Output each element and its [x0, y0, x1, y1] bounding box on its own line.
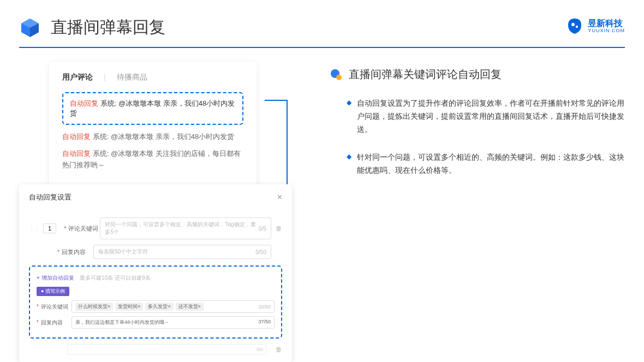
connector-line: [265, 100, 287, 101]
content-row: * 回复内容 每条限50个中文字符 0/50: [29, 245, 282, 259]
tag[interactable]: 发货时间×: [115, 303, 143, 311]
ghost-input: /50: [67, 344, 267, 355]
reply-item: 自动回复 系统: @冰墩墩本墩 亲亲，我们48小时内发货: [62, 131, 243, 143]
row-number: 1: [43, 224, 56, 233]
ghost-row: /50 🗑: [29, 344, 282, 355]
section-title: 直播间弹幕关键词评论自动回复: [349, 67, 502, 82]
section-header: 直播间弹幕关键词评论自动回复: [330, 67, 625, 82]
highlighted-reply: 自动回复 系统: @冰墩墩本墩 亲亲，我们48小时内发货: [62, 92, 243, 125]
dialog-title: 自动回复设置: [29, 192, 71, 202]
close-icon[interactable]: ×: [277, 192, 282, 202]
comment-tabs: 用户评论 | 待播商品: [62, 73, 243, 82]
delete-icon[interactable]: 🗑: [276, 346, 282, 353]
svg-point-3: [571, 23, 575, 26]
example-content-input[interactable]: 亲，我们这边都是下单48小时内发货的哦～ 37/50: [71, 316, 275, 329]
screenshot-panel: 用户评论 | 待播商品 自动回复 系统: @冰墩墩本墩 亲亲，我们48小时内发货…: [19, 62, 292, 362]
description-panel: 直播间弹幕关键词评论自动回复 ◆ 自动回复设置为了提升作者的评论回复效率，作者可…: [292, 62, 625, 362]
tab-pending-goods[interactable]: 待播商品: [117, 73, 147, 82]
content-label: 回复内容: [62, 248, 93, 256]
reply-item: 自动回复 系统: @冰墩墩本墩 关注我们的店铺，每日都有热门推荐哟～: [62, 148, 243, 171]
drag-icon[interactable]: ⋮⋮: [29, 226, 40, 232]
keyword-label: 评论关键词: [68, 225, 100, 233]
page-title: 直播间弹幕回复: [51, 16, 165, 39]
system-label: 系统:: [100, 99, 117, 107]
keyword-input[interactable]: 对同一个问题，可设置多个相近、高频的关键词，Tag确定，最多5个 0/5: [100, 218, 271, 239]
tag[interactable]: 还不发货×: [176, 303, 204, 311]
tag-input[interactable]: 什么时候发货× 发货时间× 多久发货× 还不发货× 20/50: [71, 300, 275, 313]
bullet-item: ◆ 自动回复设置为了提升作者的评论回复效率，作者可在开播前针对常见的评论用户问题…: [347, 97, 625, 136]
bullet-item: ◆ 针对同一个问题，可设置多个相近的、高频的关键词。例如：这款多少钱、这块能优惠…: [347, 151, 625, 177]
keyword-row: ⋮⋮ 1 * 评论关键词 对同一个问题，可设置多个相近、高频的关键词，Tag确定…: [29, 218, 282, 239]
tab-separator: |: [104, 73, 106, 82]
add-hint: 最多可建10条 还可以创建9条: [80, 275, 150, 281]
comment-card: 用户评论 | 待播商品 自动回复 系统: @冰墩墩本墩 亲亲，我们48小时内发货…: [49, 62, 257, 187]
diamond-icon: ◆: [347, 99, 351, 136]
add-reply-link[interactable]: + 增加自动回复: [37, 275, 74, 281]
example-keyword-row: * 评论关键词 什么时候发货× 发货时间× 多久发货× 还不发货× 20/50: [37, 300, 275, 313]
example-section: + 增加自动回复 最多可建10条 还可以创建9条 ● 填写示例 * 评论关键词 …: [29, 266, 282, 339]
tab-user-comments[interactable]: 用户评论: [62, 73, 93, 82]
header-divider: [19, 47, 625, 48]
example-content-row: * 回复内容 亲，我们这边都是下单48小时内发货的哦～ 37/50: [37, 316, 275, 329]
content-input[interactable]: 每条限50个中文字符 0/50: [93, 245, 271, 259]
diamond-icon: ◆: [347, 153, 351, 177]
required-icon: *: [57, 249, 59, 255]
delete-icon[interactable]: 🗑: [276, 225, 282, 232]
required-icon: *: [64, 225, 66, 232]
auto-reply-label: 自动回复: [70, 99, 98, 107]
brand-icon: [566, 17, 583, 35]
tag[interactable]: 多久发货×: [145, 303, 173, 311]
brand-name-en: YUUXIN.COM: [588, 28, 625, 34]
cube-icon: [19, 17, 41, 39]
bubble-icon: [330, 69, 342, 81]
svg-point-6: [336, 75, 342, 80]
page-header: 直播间弹幕回复 昱新科技 YUUXIN.COM: [0, 0, 644, 47]
example-badge: ● 填写示例: [37, 287, 69, 296]
svg-point-4: [576, 26, 578, 28]
tag[interactable]: 什么时候发货×: [75, 303, 113, 311]
bullet-list: ◆ 自动回复设置为了提升作者的评论回复效率，作者可在开播前针对常见的评论用户问题…: [330, 97, 625, 177]
settings-dialog: 自动回复设置 × ⋮⋮ 1 * 评论关键词 对同一个问题，可设置多个相近、高频的…: [19, 184, 292, 362]
brand-logo: 昱新科技 YUUXIN.COM: [566, 17, 625, 35]
brand-name-cn: 昱新科技: [588, 19, 625, 28]
